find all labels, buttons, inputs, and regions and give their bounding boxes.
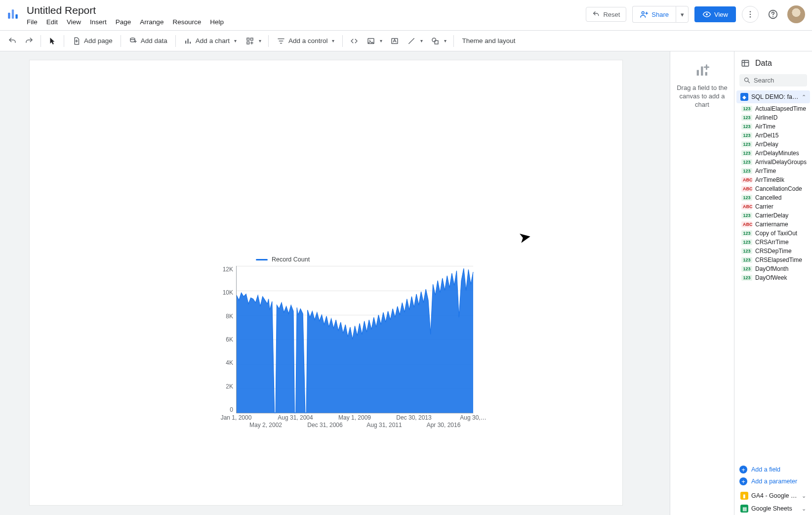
add-data-button[interactable]: Add data: [125, 35, 171, 47]
add-field-button[interactable]: + Add a field: [734, 464, 812, 475]
url-embed-button[interactable]: [347, 35, 362, 47]
line-button[interactable]: [404, 35, 426, 47]
community-viz-button[interactable]: [243, 35, 264, 47]
datasource-sheets[interactable]: ▦ Google Sheets ⌄: [736, 502, 810, 515]
add-chart-button[interactable]: Add a chart: [180, 35, 241, 47]
selection-tool[interactable]: [45, 35, 60, 47]
collapse-icon[interactable]: ⌃: [802, 94, 806, 100]
number-type-icon: 123: [741, 230, 752, 236]
search-icon: [743, 77, 751, 84]
svg-rect-23: [701, 67, 703, 76]
field-name: DayOfMonth: [755, 265, 788, 272]
datasource-label: GA4 - Google Merc…: [751, 492, 799, 499]
number-type-icon: 123: [741, 239, 752, 245]
ga4-icon: ▮: [740, 492, 748, 500]
field-item[interactable]: ABCArrTimeBlk: [734, 175, 812, 184]
field-item[interactable]: 123ArrDelay: [734, 140, 812, 149]
field-item[interactable]: 123CRSElapsedTime: [734, 256, 812, 264]
legend-swatch: [256, 259, 268, 260]
field-item[interactable]: 123Cancelled: [734, 193, 812, 202]
reset-label: Reset: [603, 11, 620, 18]
undo-button[interactable]: [5, 35, 20, 47]
field-name: ArrTimeBlk: [755, 176, 784, 183]
svg-rect-15: [250, 38, 253, 41]
text-icon: [390, 37, 399, 45]
ytick: 2K: [226, 383, 233, 390]
theme-layout-button[interactable]: Theme and layout: [458, 35, 519, 46]
canvas-viewport[interactable]: ➤ Record Count 12K 10K 8K 6K 4K 2K: [0, 51, 670, 515]
menu-page[interactable]: Page: [116, 18, 131, 26]
menu-resource[interactable]: Resource: [172, 18, 201, 26]
doc-title[interactable]: Untitled Report: [24, 3, 224, 17]
field-item[interactable]: 123Copy of TaxiOut: [734, 229, 812, 238]
field-item[interactable]: 123CarrierDelay: [734, 211, 812, 220]
add-page-label: Add page: [84, 37, 113, 44]
image-icon: [366, 37, 375, 45]
field-item[interactable]: 123AirlineID: [734, 113, 812, 122]
field-item[interactable]: 123AirTime: [734, 122, 812, 131]
field-item[interactable]: 123CRSArrTime: [734, 238, 812, 247]
field-name: ActualElapsedTime: [755, 105, 806, 112]
add-chart-label: Add a chart: [196, 37, 230, 44]
field-item[interactable]: 123ArrDel15: [734, 131, 812, 140]
datasource-sql[interactable]: ◆ SQL DEMO: faa_fli… ⌃: [736, 90, 810, 103]
field-search-input[interactable]: Search: [739, 74, 807, 86]
field-item[interactable]: 123ArrDelayMinutes: [734, 149, 812, 158]
text-button[interactable]: [387, 35, 402, 47]
menu-arrange[interactable]: Arrange: [140, 18, 163, 26]
field-list[interactable]: 123ActualElapsedTime123AirlineID123AirTi…: [734, 103, 812, 464]
chart-drop-panel[interactable]: Drag a field to the canvas to add a char…: [670, 51, 734, 515]
app-logo-icon[interactable]: [5, 3, 21, 24]
user-avatar[interactable]: [787, 5, 805, 23]
field-item[interactable]: 123ArrivalDelayGroups: [734, 158, 812, 167]
redo-button[interactable]: [22, 35, 37, 47]
view-button[interactable]: View: [694, 6, 736, 22]
menu-insert[interactable]: Insert: [90, 18, 107, 26]
text-type-icon: ABC: [741, 204, 752, 210]
field-item[interactable]: 123ArrTime: [734, 167, 812, 175]
field-item[interactable]: ABCCarrier: [734, 202, 812, 211]
text-type-icon: ABC: [741, 221, 752, 227]
menu-edit[interactable]: Edit: [46, 18, 58, 26]
add-control-button[interactable]: Add a control: [273, 35, 339, 47]
sheets-icon: ▦: [740, 505, 748, 513]
legend-label: Record Count: [272, 256, 310, 263]
field-item[interactable]: 123DayOfWeek: [734, 273, 812, 282]
xtick: Jan 1, 2000: [221, 414, 252, 421]
report-page[interactable]: ➤ Record Count 12K 10K 8K 6K 4K 2K: [30, 60, 622, 505]
help-button[interactable]: [765, 6, 781, 23]
ytick: 12K: [223, 266, 233, 273]
field-item[interactable]: 123ActualElapsedTime: [734, 104, 812, 113]
svg-rect-24: [705, 72, 707, 76]
share-button[interactable]: Share: [632, 6, 676, 23]
svg-point-4: [706, 13, 708, 15]
field-item[interactable]: ABCCancellationCode: [734, 184, 812, 193]
svg-point-18: [369, 40, 370, 41]
more-menu-button[interactable]: [742, 6, 759, 23]
divider: [453, 35, 454, 47]
field-item[interactable]: 123DayOfMonth: [734, 264, 812, 273]
number-type-icon: 123: [741, 150, 752, 156]
reset-button[interactable]: Reset: [586, 7, 626, 22]
datasource-ga4[interactable]: ▮ GA4 - Google Merc… ⌄: [736, 489, 810, 502]
menu-help[interactable]: Help: [210, 18, 224, 26]
xtick: Apr 30, 2016: [427, 422, 461, 429]
shape-button[interactable]: [428, 35, 449, 47]
svg-point-3: [642, 12, 645, 14]
svg-point-7: [750, 16, 751, 18]
add-parameter-button[interactable]: + Add a parameter: [734, 475, 812, 487]
svg-rect-22: [696, 70, 698, 76]
expand-icon[interactable]: ⌄: [802, 493, 806, 499]
expand-icon[interactable]: ⌄: [802, 506, 806, 512]
ytick: 10K: [223, 289, 233, 296]
share-dropdown-button[interactable]: ▾: [676, 6, 689, 23]
add-page-button[interactable]: Add page: [68, 35, 117, 47]
menu-view[interactable]: View: [67, 18, 81, 26]
field-item[interactable]: 123CRSDepTime: [734, 247, 812, 256]
field-name: Cancelled: [755, 194, 781, 201]
menu-file[interactable]: File: [27, 18, 38, 26]
svg-rect-13: [190, 42, 191, 43]
image-button[interactable]: [364, 35, 385, 47]
timeseries-chart[interactable]: Record Count 12K 10K 8K 6K 4K 2K 0: [217, 256, 482, 430]
field-item[interactable]: ABCCarriername: [734, 220, 812, 229]
